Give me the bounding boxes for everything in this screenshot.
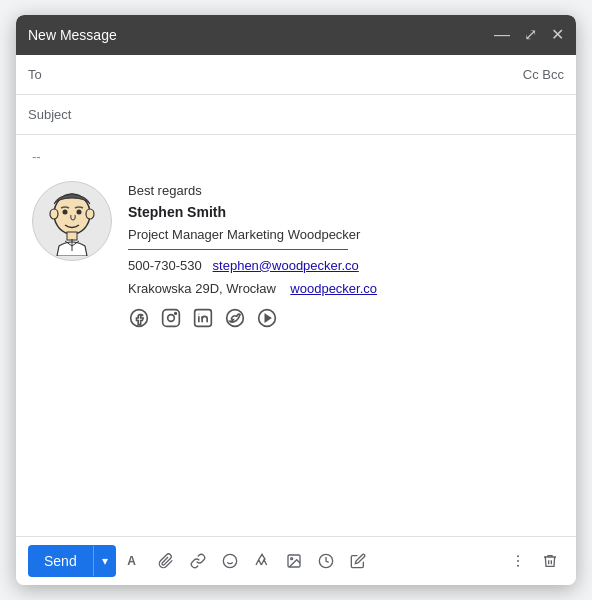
emoji-icon[interactable] <box>216 547 244 575</box>
sig-name: Stephen Smith <box>128 202 560 223</box>
compose-toolbar: Send ▾ A <box>16 536 576 585</box>
facebook-icon[interactable] <box>128 307 150 329</box>
compose-body[interactable]: -- <box>16 135 576 536</box>
svg-point-28 <box>517 560 519 562</box>
svg-text:A: A <box>127 554 136 568</box>
subject-input[interactable] <box>78 107 564 123</box>
sig-phone-row: 500-730-530 stephen@woodpecker.co <box>128 256 560 276</box>
title-bar: New Message — ⤢ ✕ <box>16 15 576 55</box>
svg-point-21 <box>223 554 236 567</box>
youtube-icon[interactable] <box>256 307 278 329</box>
subject-label: Subject <box>28 107 78 122</box>
sig-title: Project Manager Marketing Woodpecker <box>128 225 560 245</box>
sig-address: Krakowska 29D, Wrocław <box>128 281 276 296</box>
email-signature: Best regards Stephen Smith Project Manag… <box>32 181 560 329</box>
font-icon[interactable]: A <box>120 547 148 575</box>
drive-icon[interactable] <box>248 547 276 575</box>
svg-point-29 <box>517 565 519 567</box>
sig-social-icons <box>128 307 560 329</box>
svg-point-5 <box>63 209 68 214</box>
svg-point-7 <box>50 209 58 219</box>
attachment-icon[interactable] <box>152 547 180 575</box>
sig-website[interactable]: woodpecker.co <box>290 281 377 296</box>
avatar-container <box>32 181 112 271</box>
sig-divider <box>128 249 348 250</box>
sig-best-regards: Best regards <box>128 181 560 201</box>
svg-marker-19 <box>265 314 270 321</box>
twitter-icon[interactable] <box>224 307 246 329</box>
calendar-icon[interactable] <box>312 547 340 575</box>
svg-point-8 <box>86 209 94 219</box>
svg-point-12 <box>175 312 177 314</box>
close-button[interactable]: ✕ <box>551 27 564 43</box>
signature-info: Best regards Stephen Smith Project Manag… <box>128 181 560 329</box>
title-bar-actions: — ⤢ ✕ <box>494 27 564 43</box>
sig-address-row: Krakowska 29D, Wrocław woodpecker.co <box>128 279 560 299</box>
to-row: To Cc Bcc <box>16 55 576 95</box>
minimize-button[interactable]: — <box>494 27 510 43</box>
svg-point-6 <box>77 209 82 214</box>
send-button-group[interactable]: Send ▾ <box>28 545 116 577</box>
to-input[interactable] <box>78 67 523 83</box>
edit-icon[interactable] <box>344 547 372 575</box>
send-main[interactable]: Send <box>28 545 93 577</box>
instagram-icon[interactable] <box>160 307 182 329</box>
link-icon[interactable] <box>184 547 212 575</box>
expand-button[interactable]: ⤢ <box>524 27 537 43</box>
separator: -- <box>32 147 560 167</box>
cc-bcc-toggle[interactable]: Cc Bcc <box>523 67 564 82</box>
avatar-illustration <box>37 186 107 256</box>
svg-point-17 <box>227 309 244 326</box>
subject-row: Subject <box>16 95 576 135</box>
svg-point-27 <box>517 555 519 557</box>
to-label: To <box>28 67 78 82</box>
sig-phone: 500-730-530 <box>128 258 202 273</box>
window-title: New Message <box>28 27 117 43</box>
send-dropdown-arrow[interactable]: ▾ <box>93 546 116 576</box>
compose-window: New Message — ⤢ ✕ To Cc Bcc Subject -- <box>16 15 576 585</box>
delete-icon[interactable] <box>536 547 564 575</box>
svg-rect-10 <box>163 309 180 326</box>
sig-email[interactable]: stephen@woodpecker.co <box>213 258 359 273</box>
avatar <box>32 181 112 261</box>
svg-point-11 <box>168 314 175 321</box>
linkedin-icon[interactable] <box>192 307 214 329</box>
svg-rect-1 <box>67 232 77 240</box>
more-options-icon[interactable] <box>504 547 532 575</box>
toolbar-right <box>504 547 564 575</box>
svg-point-25 <box>290 558 292 560</box>
photo-icon[interactable] <box>280 547 308 575</box>
